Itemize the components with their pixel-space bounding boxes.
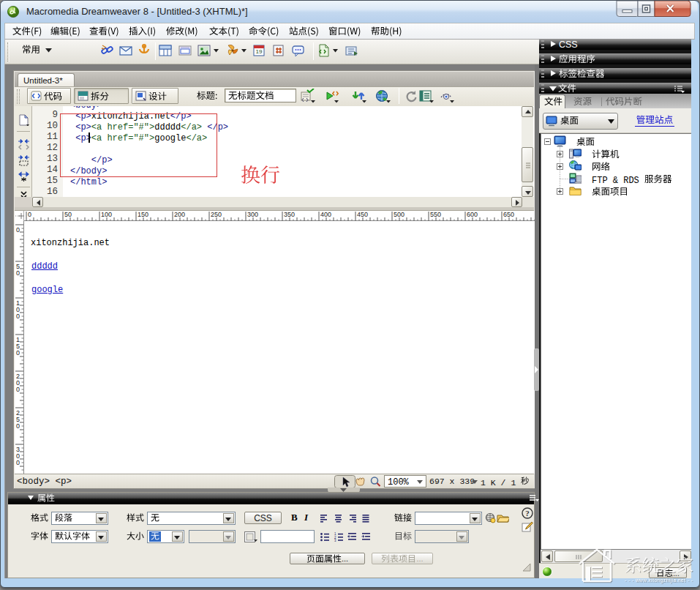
svg-text:650: 650 <box>503 211 514 218</box>
svg-text:0: 0 <box>16 459 20 466</box>
svg-text:100: 100 <box>101 211 112 218</box>
svg-text:?: ? <box>525 509 530 518</box>
svg-text:150: 150 <box>138 211 148 218</box>
svg-text:350: 350 <box>284 211 295 218</box>
svg-text:200: 200 <box>174 211 185 218</box>
svg-text:400: 400 <box>320 211 331 218</box>
svg-text:250: 250 <box>211 211 222 218</box>
svg-text:0: 0 <box>16 226 20 234</box>
svg-text:0: 0 <box>16 269 20 277</box>
svg-text:0: 0 <box>28 211 31 218</box>
svg-text:0: 0 <box>16 349 20 356</box>
svg-text:450: 450 <box>357 211 368 218</box>
svg-text:50: 50 <box>64 211 72 218</box>
svg-text:3: 3 <box>334 539 336 542</box>
svg-text:0: 0 <box>16 313 20 320</box>
svg-text:0: 0 <box>16 386 20 393</box>
svg-text:550: 550 <box>430 211 441 218</box>
svg-text:600: 600 <box>467 211 478 218</box>
svg-text:19: 19 <box>256 48 263 55</box>
svg-text:300: 300 <box>247 211 258 218</box>
svg-text:0: 0 <box>16 422 20 430</box>
svg-text:500: 500 <box>394 211 404 218</box>
